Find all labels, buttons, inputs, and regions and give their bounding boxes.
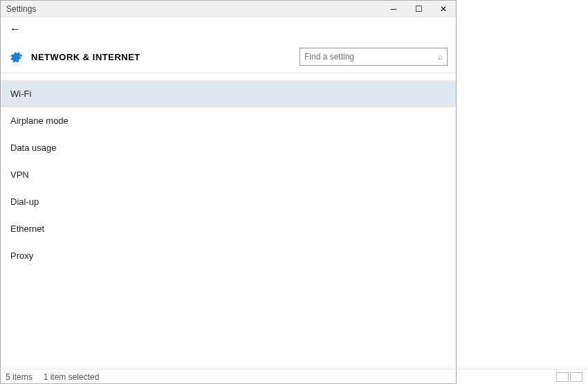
settings-search[interactable]: ⌕ — [300, 48, 448, 66]
sidebar-item-vpn[interactable]: VPN — [1, 161, 456, 188]
settings-titlebar: Settings ─ ☐ ✕ — [1, 1, 456, 17]
close-button[interactable]: ✕ — [431, 1, 456, 17]
sidebar-item-airplane[interactable]: Airplane mode — [1, 107, 456, 134]
search-icon: ⌕ — [438, 52, 443, 62]
settings-heading: NETWORK & INTERNET — [31, 52, 140, 62]
status-count: 5 items — [6, 372, 33, 382]
minimize-button[interactable]: ─ — [381, 1, 406, 17]
nc-statusbar: 5 items 1 item selected — [0, 369, 588, 384]
gear-icon — [9, 50, 23, 64]
sidebar-item-dialup[interactable]: Dial-up — [1, 188, 456, 215]
sidebar-item-wifi[interactable]: Wi-Fi — [1, 80, 456, 107]
status-selected: 1 item selected — [44, 372, 100, 382]
view-large-icon[interactable] — [570, 372, 582, 382]
settings-window-bg: Settings ─ ☐ ✕ ← NETWORK & INTERNET ⌕ Wi… — [0, 0, 457, 384]
settings-search-input[interactable] — [304, 52, 438, 62]
view-details-icon[interactable] — [556, 372, 569, 382]
sidebar-item-datausage[interactable]: Data usage — [1, 134, 456, 161]
settings-sidebar: Wi-Fi Airplane mode Data usage VPN Dial-… — [1, 73, 456, 269]
sidebar-item-proxy[interactable]: Proxy — [1, 242, 456, 269]
maximize-button[interactable]: ☐ — [406, 1, 431, 17]
sidebar-item-ethernet[interactable]: Ethernet — [1, 215, 456, 242]
back-icon[interactable]: ← — [8, 23, 23, 35]
settings-title: Settings — [1, 4, 381, 14]
